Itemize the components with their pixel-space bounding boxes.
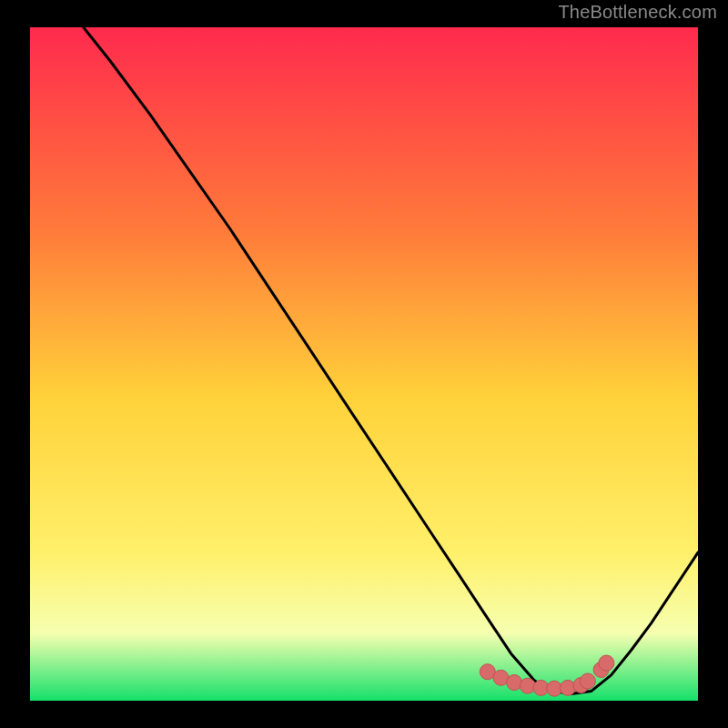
marker-dot: [599, 655, 614, 671]
marker-dot: [507, 675, 522, 691]
chart-frame: TheBottleneck.com: [0, 0, 728, 728]
marker-dot: [580, 673, 595, 689]
gradient-background: [30, 27, 698, 701]
chart-svg: [30, 27, 698, 701]
marker-dot: [520, 678, 535, 693]
plot-area: [30, 27, 698, 701]
marker-dot: [560, 680, 575, 695]
watermark-text: TheBottleneck.com: [558, 2, 717, 23]
